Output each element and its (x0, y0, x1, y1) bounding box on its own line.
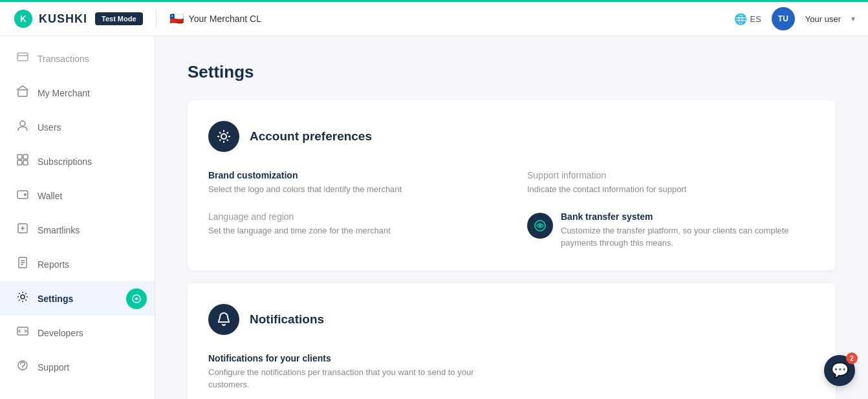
cursor-icon (126, 288, 147, 309)
sidebar-item-support[interactable]: Support (0, 350, 155, 384)
layout: Transactions My Merchant Users (0, 36, 868, 399)
sidebar-item-settings[interactable]: Settings (0, 281, 155, 316)
client-notifications-desc: Configure the notifications per transact… (208, 366, 496, 391)
svg-point-24 (221, 134, 226, 139)
sidebar-label-transactions: Transactions (38, 54, 139, 64)
sidebar-label-support: Support (38, 362, 139, 372)
sidebar-item-transactions[interactable]: Transactions (0, 41, 155, 76)
merchant-info[interactable]: 🇨🇱 Your Merchant CL (169, 12, 261, 26)
language-region-item[interactable]: Language and region Set the language and… (208, 211, 496, 250)
user-name: Your user (805, 14, 841, 24)
topbar-divider (156, 9, 157, 28)
user-menu-chevron-icon[interactable]: ▾ (851, 14, 855, 23)
support-information-desc: Indicate the contact information for sup… (527, 183, 815, 196)
brand-customization-title: Brand customization (208, 170, 496, 180)
language-button[interactable]: 🌐 ES (734, 13, 761, 25)
settings-icon (16, 290, 30, 307)
topbar: K KUSHKI Test Mode 🇨🇱 Your Merchant CL 🌐… (0, 0, 868, 36)
wallet-icon (16, 188, 30, 204)
sidebar-label-reports: Reports (38, 259, 139, 270)
svg-point-26 (539, 224, 541, 227)
test-mode-badge: Test Mode (95, 12, 143, 25)
merchant-name: Your Merchant CL (189, 14, 261, 24)
transactions-icon (16, 50, 30, 67)
logo[interactable]: K KUSHKI (13, 8, 87, 29)
sidebar-label-smartlinks: Smartlinks (38, 225, 139, 235)
sidebar-label-users: Users (38, 122, 139, 133)
page-title: Settings (188, 62, 836, 82)
svg-point-23 (22, 369, 23, 370)
sidebar-item-wallet[interactable]: Wallet (0, 178, 155, 213)
chat-badge: 2 (846, 352, 858, 364)
sidebar-label-settings: Settings (38, 294, 139, 304)
sidebar-item-subscriptions[interactable]: Subscriptions (0, 144, 155, 178)
account-preferences-icon (208, 121, 239, 152)
users-icon (16, 119, 30, 135)
bank-transfer-text: Bank transfer system Customize the trans… (561, 211, 815, 250)
chat-bubble[interactable]: 💬 2 (824, 355, 855, 386)
sidebar-item-reports[interactable]: Reports (0, 247, 155, 281)
svg-point-19 (21, 295, 25, 299)
sidebar-item-smartlinks[interactable]: Smartlinks (0, 213, 155, 247)
client-notifications-item[interactable]: Notifications for your clients Configure… (208, 353, 496, 391)
sidebar-label-subscriptions: Subscriptions (38, 156, 139, 167)
sidebar-label-wallet: Wallet (38, 191, 139, 201)
svg-point-5 (20, 121, 25, 126)
topbar-right: 🌐 ES TU Your user ▾ (734, 7, 855, 30)
notifications-grid: Notifications for your clients Configure… (208, 353, 815, 391)
account-preferences-grid: Brand customization Select the logo and … (208, 170, 815, 250)
sidebar-item-users[interactable]: Users (0, 110, 155, 144)
notifications-title: Notifications (250, 312, 324, 327)
support-icon (16, 359, 30, 375)
subscriptions-icon (16, 153, 30, 169)
merchant-flag: 🇨🇱 (169, 12, 184, 26)
kushki-logo-icon: K (13, 8, 34, 29)
support-information-title: Support information (527, 170, 815, 180)
notifications-icon-circle (208, 304, 239, 335)
avatar: TU (772, 7, 795, 30)
topbar-left: K KUSHKI Test Mode 🇨🇱 Your Merchant CL (13, 8, 261, 29)
sidebar-item-developers[interactable]: Developers (0, 316, 155, 350)
account-preferences-card: Account preferences Brand customization … (188, 100, 836, 270)
sidebar-label-my-merchant: My Merchant (38, 88, 139, 98)
svg-rect-2 (17, 53, 28, 61)
main-content: Settings Account preferences Brand custo… (155, 36, 868, 399)
notifications-header: Notifications (208, 304, 815, 335)
brand-customization-item[interactable]: Brand customization Select the logo and … (208, 170, 496, 196)
client-notifications-title: Notifications for your clients (208, 353, 496, 363)
svg-text:K: K (20, 14, 27, 24)
sidebar: Transactions My Merchant Users (0, 36, 155, 399)
svg-rect-4 (18, 90, 27, 96)
brand-customization-desc: Select the logo and colors that identify… (208, 183, 496, 196)
avatar-initials: TU (778, 14, 788, 23)
support-information-item[interactable]: Support information Indicate the contact… (527, 170, 815, 196)
account-preferences-title: Account preferences (250, 129, 372, 144)
developers-icon (16, 325, 30, 341)
bank-transfer-title: Bank transfer system (561, 211, 815, 222)
language-label: ES (750, 14, 761, 24)
bank-transfer-icon (527, 213, 553, 239)
my-merchant-icon (16, 85, 30, 101)
svg-rect-7 (23, 155, 28, 159)
smartlinks-icon (16, 222, 30, 238)
chat-bubble-icon: 💬 (831, 362, 849, 379)
svg-rect-8 (17, 160, 22, 165)
account-preferences-header: Account preferences (208, 121, 815, 152)
svg-rect-9 (23, 160, 28, 165)
notifications-card: Notifications Notifications for your cli… (188, 283, 836, 400)
language-region-title: Language and region (208, 211, 496, 222)
bank-transfer-desc: Customize the transfer platform, so your… (561, 224, 815, 250)
svg-rect-6 (17, 155, 22, 159)
reports-icon (16, 256, 30, 272)
language-region-desc: Set the language and time zone for the m… (208, 224, 496, 237)
logo-text: KUSHKI (39, 12, 87, 26)
globe-icon: 🌐 (734, 13, 747, 25)
sidebar-label-developers: Developers (38, 328, 139, 338)
svg-point-11 (24, 193, 27, 196)
sidebar-item-my-merchant[interactable]: My Merchant (0, 76, 155, 110)
bank-transfer-item[interactable]: Bank transfer system Customize the trans… (527, 211, 815, 250)
